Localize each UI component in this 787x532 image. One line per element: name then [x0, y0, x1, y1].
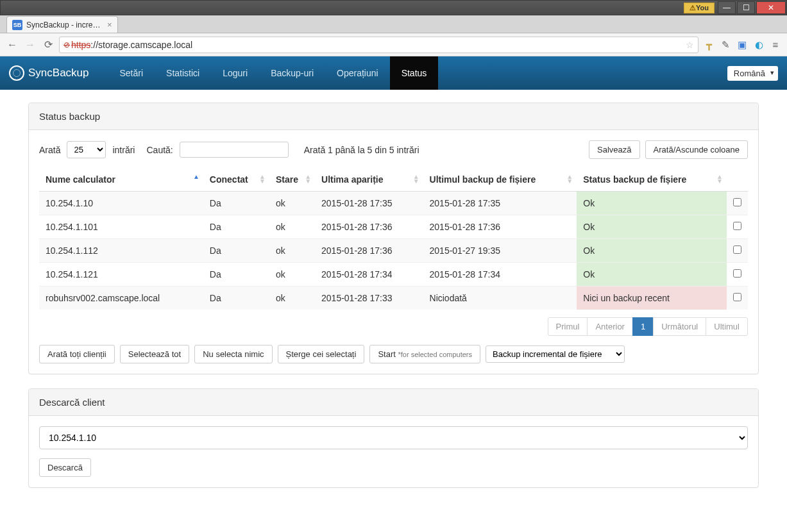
toggle-columns-button[interactable]: Arată/Ascunde coloane [645, 140, 748, 159]
show-all-clients-button[interactable]: Arată toți clienții [39, 345, 115, 363]
page-prev[interactable]: Anterior [587, 317, 633, 336]
pagination: Primul Anterior 1 Următorul Ultimul [39, 317, 748, 336]
user-badge[interactable]: You [684, 3, 715, 13]
table-cell: 10.254.1.121 [39, 263, 203, 287]
status-backup-panel: Status backup Arată 25 intrări Caută: Ar… [28, 103, 759, 374]
row-checkbox[interactable] [733, 198, 741, 206]
status-cell: Ok [577, 215, 727, 239]
table-cell: Da [203, 287, 269, 310]
delete-selected-button[interactable]: Șterge cei selectați [278, 345, 365, 363]
tab-title: SyncBackup - incremental [26, 21, 103, 29]
table-row[interactable]: 10.254.1.10Daok2015-01-28 17:352015-01-2… [39, 192, 748, 215]
extension-icon[interactable]: ◐ [752, 38, 765, 51]
table-cell: 10.254.1.112 [39, 239, 203, 263]
window-maximize-button[interactable]: ☐ [737, 1, 755, 14]
ssl-warning-icon: ⊘ [63, 40, 70, 49]
tab-favicon: SB [12, 20, 22, 30]
page-length-select[interactable]: 25 [67, 141, 106, 158]
select-all-button[interactable]: Selectează tot [120, 345, 189, 363]
status-cell: Nici un backup recent [577, 287, 727, 310]
table-row[interactable]: 10.254.1.112Daok2015-01-28 17:362015-01-… [39, 239, 748, 263]
table-cell: 2015-01-28 17:33 [315, 287, 423, 310]
page-last[interactable]: Ultimul [706, 317, 748, 336]
table-row[interactable]: 10.254.1.121Daok2015-01-28 17:342015-01-… [39, 263, 748, 287]
language-select[interactable]: Română [727, 66, 778, 81]
table-cell: 10.254.1.101 [39, 215, 203, 239]
menu-icon[interactable]: ≡ [769, 38, 782, 51]
table-cell: Niciodată [423, 287, 577, 310]
table-cell: 2015-01-28 17:35 [315, 192, 423, 215]
tab-close-icon[interactable]: × [107, 20, 112, 29]
reload-button[interactable]: ⟳ [41, 38, 55, 52]
extension-icon[interactable]: ┳ [702, 38, 715, 51]
brand-text: SyncBackup [28, 67, 89, 79]
row-checkbox[interactable] [733, 293, 741, 301]
table-cell: Da [203, 192, 269, 215]
page-first[interactable]: Primul [548, 317, 588, 336]
table-row[interactable]: robuhsrv002.camscape.localDaok2015-01-28… [39, 287, 748, 310]
extension-icon[interactable]: ✎ [719, 38, 732, 51]
backup-type-select[interactable]: Backup incremental de fișiere [486, 345, 625, 363]
row-checkbox-cell [727, 239, 748, 263]
column-header[interactable]: Nume calculator▲ [39, 168, 203, 192]
table-cell: 2015-01-27 19:35 [423, 239, 577, 263]
table-cell: 2015-01-28 17:34 [315, 263, 423, 287]
start-label: Start [378, 349, 398, 359]
table-cell: 2015-01-28 17:34 [423, 263, 577, 287]
window-minimize-button[interactable]: — [718, 1, 736, 14]
nav-item-operațiuni[interactable]: Operațiuni [325, 56, 390, 90]
nav-item-statistici[interactable]: Statistici [155, 56, 211, 90]
download-button[interactable]: Descarcă [39, 458, 91, 477]
table-cell: 2015-01-28 17:35 [423, 192, 577, 215]
bookmark-icon[interactable]: ☆ [686, 40, 694, 50]
row-checkbox-cell [727, 192, 748, 215]
nav-item-backup-uri[interactable]: Backup-uri [259, 56, 325, 90]
start-suffix: *for selected computers [398, 351, 472, 358]
row-checkbox[interactable] [733, 245, 741, 254]
url-protocol: https [71, 40, 90, 50]
table-cell: 2015-01-28 17:36 [315, 239, 423, 263]
page-next[interactable]: Următorul [653, 317, 706, 336]
url-text: ://storage.camscape.local [90, 40, 192, 50]
back-button[interactable]: ← [5, 38, 19, 52]
start-backup-button[interactable]: Start *for selected computers [369, 345, 480, 363]
nav-item-loguri[interactable]: Loguri [211, 56, 259, 90]
page-number[interactable]: 1 [632, 317, 654, 336]
extension-icon[interactable]: ▣ [736, 38, 749, 51]
table-cell: Da [203, 263, 269, 287]
status-cell: Ok [577, 263, 727, 287]
entries-label: intrări [112, 145, 135, 155]
table-cell: Da [203, 215, 269, 239]
panel-title: Status backup [29, 103, 758, 130]
brand[interactable]: SyncBackup [9, 65, 89, 81]
column-header[interactable]: Status backup de fișiere▲▼ [577, 168, 727, 192]
column-header[interactable]: Conectat▲▼ [203, 168, 269, 192]
row-checkbox[interactable] [733, 222, 741, 230]
table-row[interactable]: 10.254.1.101Daok2015-01-28 17:362015-01-… [39, 215, 748, 239]
nav-item-setări[interactable]: Setări [108, 56, 155, 90]
browser-tabstrip: SB SyncBackup - incremental × [0, 15, 787, 33]
table-cell: ok [269, 239, 315, 263]
table-info: Arată 1 până la 5 din 5 intrări [304, 145, 419, 155]
row-checkbox-cell [727, 287, 748, 310]
nav-item-status[interactable]: Status [390, 56, 439, 90]
save-button[interactable]: Salvează [589, 140, 639, 159]
column-header[interactable]: Stare▲▼ [269, 168, 315, 192]
row-checkbox-cell [727, 215, 748, 239]
panel-title: Descarcă client [29, 389, 758, 416]
row-checkbox-cell [727, 263, 748, 287]
forward-button[interactable]: → [23, 38, 37, 52]
search-input[interactable] [180, 142, 289, 158]
table-cell: ok [269, 287, 315, 310]
column-header[interactable]: Ultimul backup de fișiere▲▼ [423, 168, 577, 192]
status-table: Nume calculator▲Conectat▲▼Stare▲▼Ultima … [39, 168, 748, 310]
browser-tab[interactable]: SB SyncBackup - incremental × [6, 16, 118, 33]
client-select[interactable]: 10.254.1.10 [39, 426, 748, 449]
select-none-button[interactable]: Nu selecta nimic [194, 345, 272, 363]
column-header[interactable]: Ultima apariție▲▼ [315, 168, 423, 192]
table-cell: robuhsrv002.camscape.local [39, 287, 203, 310]
row-checkbox[interactable] [733, 269, 741, 278]
url-bar[interactable]: ⊘ https ://storage.camscape.local ☆ [59, 37, 698, 53]
window-close-button[interactable]: ✕ [756, 1, 786, 14]
download-client-panel: Descarcă client 10.254.1.10 Descarcă [28, 388, 759, 488]
